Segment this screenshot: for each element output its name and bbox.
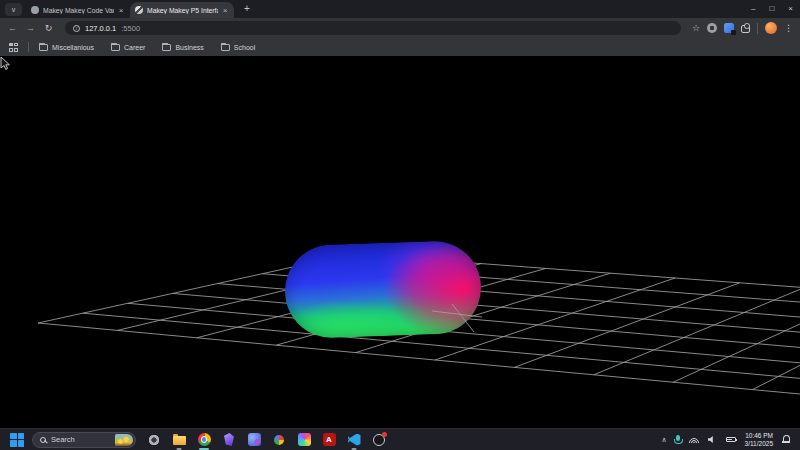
taskbar-search-input[interactable]: Search bbox=[32, 432, 136, 448]
bookmark-star-icon[interactable]: ☆ bbox=[692, 23, 700, 33]
open-app-indicator bbox=[352, 448, 357, 450]
system-tray: ∧ 10:46 PM 3/11/2025 bbox=[661, 432, 794, 447]
new-tab-button[interactable]: + bbox=[239, 2, 255, 16]
bookmark-folder-career[interactable]: Career bbox=[111, 43, 145, 51]
tab-makey-p5-interface[interactable]: Makey Makey P5 Interface × bbox=[130, 2, 234, 18]
bookmarks-divider bbox=[28, 42, 29, 52]
active-app-indicator bbox=[199, 448, 209, 450]
open-app-indicator bbox=[177, 448, 182, 450]
globe-favicon-icon bbox=[135, 6, 143, 14]
acrobat-icon: A bbox=[323, 433, 336, 446]
maximize-button[interactable]: □ bbox=[769, 4, 774, 13]
clock-app-button[interactable] bbox=[371, 430, 387, 450]
tab-search-button[interactable]: ∨ bbox=[5, 3, 22, 16]
acrobat-app-button[interactable]: A bbox=[321, 430, 337, 450]
tab-title: Makey Makey P5 Interface bbox=[147, 7, 218, 14]
chrome-icon bbox=[198, 433, 211, 446]
toolbar-divider bbox=[757, 23, 758, 34]
url-host: 127.0.0.1 bbox=[85, 24, 116, 33]
tab-close-icon[interactable]: × bbox=[221, 6, 229, 15]
refresh-button[interactable]: ↻ bbox=[43, 23, 54, 33]
p5-canvas[interactable] bbox=[0, 56, 800, 428]
folder-icon bbox=[221, 44, 230, 51]
notifications-bell-icon[interactable] bbox=[782, 435, 790, 444]
vscode-app-button[interactable] bbox=[346, 430, 362, 450]
windows-start-button[interactable] bbox=[10, 433, 24, 447]
profile-avatar[interactable] bbox=[765, 22, 777, 34]
mouse-cursor bbox=[0, 56, 12, 72]
search-placeholder: Search bbox=[51, 435, 110, 444]
extension-icon[interactable] bbox=[707, 23, 717, 33]
folder-icon bbox=[173, 436, 186, 445]
tab-title: Makey Makey Code Variations bbox=[43, 7, 114, 14]
extensions-puzzle-icon[interactable] bbox=[741, 25, 750, 33]
gallery-app-button[interactable] bbox=[296, 430, 312, 450]
taskbar: Search A ∧ 10:46 PM 3/11/2025 bbox=[0, 428, 800, 450]
folder-icon bbox=[162, 44, 171, 51]
tab-strip: ∨ Makey Makey Code Variations × Makey Ma… bbox=[0, 0, 800, 18]
search-icon bbox=[40, 437, 46, 443]
clock-badge-icon bbox=[373, 434, 385, 446]
folder-icon bbox=[39, 44, 48, 51]
search-highlight-thumbnail bbox=[115, 434, 133, 446]
site-info-icon[interactable]: i bbox=[73, 25, 80, 32]
tab-close-icon[interactable]: × bbox=[117, 6, 125, 15]
blue-app-button[interactable] bbox=[246, 430, 262, 450]
bookmarks-bar: Miscellanious Career Business School bbox=[0, 38, 800, 56]
gear-icon bbox=[148, 434, 160, 446]
rainbow-square-icon bbox=[298, 433, 311, 446]
tab-favicon-icon bbox=[31, 6, 39, 14]
vscode-icon bbox=[348, 434, 361, 446]
taskbar-app-icons: A bbox=[146, 430, 387, 450]
crystal-icon bbox=[224, 433, 234, 446]
chrome-app-button[interactable] bbox=[196, 430, 212, 450]
bookmark-label: Career bbox=[124, 44, 145, 51]
hidden-icons-chevron[interactable]: ∧ bbox=[661, 436, 666, 444]
settings-app-button[interactable] bbox=[146, 430, 162, 450]
menu-icon[interactable]: ⋮ bbox=[784, 23, 793, 33]
bookmark-folder-school[interactable]: School bbox=[221, 43, 255, 51]
forward-button[interactable]: → bbox=[25, 23, 36, 33]
clock-datetime[interactable]: 10:46 PM 3/11/2025 bbox=[745, 432, 773, 447]
browser-toolbar: ← → ↻ i 127.0.0.1:5500 ☆ ⋮ bbox=[0, 18, 800, 38]
file-explorer-app-button[interactable] bbox=[171, 430, 187, 450]
address-bar[interactable]: i 127.0.0.1:5500 bbox=[65, 21, 681, 35]
google-photos-app-button[interactable] bbox=[271, 430, 287, 450]
back-button[interactable]: ← bbox=[7, 23, 18, 33]
volume-icon[interactable] bbox=[708, 436, 717, 444]
battery-icon[interactable] bbox=[726, 437, 736, 443]
desktop-screen: ∨ Makey Makey Code Variations × Makey Ma… bbox=[0, 0, 800, 450]
tab-makey-code-variations[interactable]: Makey Makey Code Variations × bbox=[26, 2, 130, 18]
chevron-down-icon: ∨ bbox=[11, 6, 16, 13]
close-button[interactable]: × bbox=[788, 4, 793, 13]
obsidian-app-button[interactable] bbox=[221, 430, 237, 450]
bookmark-label: Miscellanious bbox=[52, 44, 94, 51]
window-controls: – □ × bbox=[751, 0, 793, 17]
wifi-icon[interactable] bbox=[689, 436, 699, 443]
apps-grid-icon[interactable] bbox=[9, 43, 18, 52]
tray-date: 3/11/2025 bbox=[745, 440, 773, 448]
tray-time: 10:46 PM bbox=[745, 432, 773, 440]
url-port: :5500 bbox=[121, 24, 140, 33]
extension-icon-blue[interactable] bbox=[724, 23, 734, 33]
minimize-button[interactable]: – bbox=[751, 4, 755, 13]
blue-app-icon bbox=[248, 433, 261, 446]
bookmark-folder-miscellanious[interactable]: Miscellanious bbox=[39, 43, 94, 51]
pinwheel-icon bbox=[274, 435, 284, 445]
folder-icon bbox=[111, 44, 120, 51]
microphone-icon[interactable] bbox=[676, 435, 680, 441]
grid-overlap-lines bbox=[0, 56, 800, 428]
bookmark-label: School bbox=[234, 44, 255, 51]
bookmark-folder-business[interactable]: Business bbox=[162, 43, 203, 51]
bookmark-label: Business bbox=[175, 44, 203, 51]
